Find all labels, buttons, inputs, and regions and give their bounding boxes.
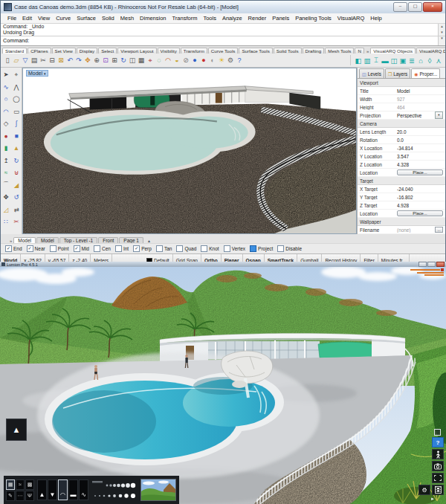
close-button[interactable]: ×	[423, 2, 442, 12]
cut[interactable]: ✂	[39, 55, 48, 65]
maximize-button[interactable]	[427, 262, 436, 267]
cone[interactable]: ▲	[11, 142, 22, 155]
slab[interactable]: ◊	[425, 55, 434, 65]
property-row[interactable]: Location Place... ▾ Place... ✓ ...	[358, 169, 445, 177]
fillet[interactable]: ⌒	[1, 179, 11, 192]
scroll-down-icon[interactable]: ▼	[439, 36, 445, 40]
panel-tab[interactable]: ◫ Levels	[359, 68, 384, 78]
named-views[interactable]: ▦	[137, 55, 146, 65]
zoom[interactable]: ⊕	[92, 55, 101, 65]
rotate[interactable]: ↺	[11, 191, 22, 204]
expand-panel-icon[interactable]	[434, 429, 441, 436]
osnap-toggle[interactable]: ✓ Int	[115, 245, 129, 252]
property-row[interactable]: Y Target -16.802 ▾ -16.802 ✓ ...	[358, 193, 445, 201]
osnap-toggle[interactable]: ✓ Quad	[176, 245, 196, 252]
window[interactable]: ▣	[398, 55, 407, 65]
loft[interactable]: ≈	[1, 167, 11, 179]
osnap-checkbox[interactable]: ✓	[176, 245, 183, 252]
rhino-viewport-canvas[interactable]	[23, 68, 356, 233]
raise-terrain[interactable]: ▲	[37, 479, 47, 500]
detail-tool[interactable]: ⋯	[16, 491, 25, 501]
circle[interactable]: ○	[1, 93, 11, 106]
points[interactable]: ⌖	[11, 68, 22, 81]
select-point[interactable]: ⌖	[146, 55, 155, 65]
osnap-checkbox[interactable]: ✓	[94, 245, 100, 252]
brush-speed-slider[interactable]	[92, 492, 137, 500]
lumion-titlebar[interactable]: Lumion Pro 4.5.1	[0, 262, 446, 267]
command-history[interactable]: Command: _Undo Undoing Drag ▲ ▼	[1, 24, 445, 36]
boolean[interactable]: ⊎	[11, 167, 22, 179]
property-row[interactable]: Wallpaper ▾ ✓ ...	[358, 218, 445, 226]
select-lasso[interactable]: ◠	[164, 55, 172, 65]
wall[interactable]: ◧	[354, 55, 363, 65]
paint-tool[interactable]: ✎	[6, 491, 15, 501]
property-row[interactable]: Y Location 3.547 ▾ 3.547 ✓ ...	[358, 152, 445, 161]
aspect-frame-icon[interactable]	[432, 473, 444, 483]
property-row[interactable]: Z Target 4.928 ▾ 4.928 ✓ ...	[358, 201, 445, 210]
osnap-checkbox[interactable]: ✓	[5, 245, 12, 252]
osnap-toggle[interactable]: ✓ Knot	[201, 245, 219, 252]
property-row[interactable]: Rotation 0.0 ▾ 0.0 ✓ ...	[358, 136, 445, 144]
place-button[interactable]: Place...	[397, 210, 443, 216]
zoom-extents[interactable]: ⊞	[110, 55, 119, 65]
column[interactable]: ⌶	[372, 55, 381, 65]
osnap-toggle[interactable]: ✓ Project	[250, 245, 273, 252]
menu-item[interactable]: VisualARQ	[334, 15, 368, 22]
help[interactable]: ?	[235, 55, 244, 65]
osnap-checkbox[interactable]: ✓	[156, 245, 163, 252]
menu-item[interactable]: Edit	[19, 15, 35, 22]
smooth-terrain[interactable]: ◠	[58, 479, 68, 500]
property-row[interactable]: Lens Length 20.0 ▾ 20.0 ✓ ...	[358, 128, 445, 136]
menu-item[interactable]: Mesh	[117, 15, 137, 22]
property-row[interactable]: Width 927 ▾ 927 ✓ ...	[358, 95, 445, 103]
menu-item[interactable]: Paneling Tools	[292, 15, 334, 22]
beam[interactable]: ▬	[381, 55, 390, 65]
menu-item[interactable]: Render	[245, 15, 270, 22]
select-circle[interactable]: ◌	[155, 55, 164, 65]
landscape-mode-button[interactable]: ▲	[6, 419, 27, 441]
toolbar-tab[interactable]: Drafting	[303, 48, 325, 54]
maximize-button[interactable]: ▢	[408, 2, 422, 12]
lumion-render-canvas[interactable]	[0, 267, 446, 504]
viewport-tab[interactable]: Top - Level -1	[59, 237, 97, 243]
select[interactable]: ➤	[1, 68, 11, 81]
property-row[interactable]: Filename (none) ▾ (none) ✓ ...	[358, 226, 445, 234]
curtain-wall[interactable]: ▥	[363, 55, 372, 65]
menu-item[interactable]: View	[35, 15, 53, 22]
osnap-toggle[interactable]: ✓ Near	[27, 245, 45, 252]
osnap-checkbox[interactable]: ✓	[115, 245, 122, 252]
render-settings[interactable]: ◐	[208, 55, 217, 65]
box[interactable]: ■	[11, 130, 22, 143]
toolbar-tab[interactable]: Mesh Tools	[325, 48, 354, 54]
command-scrollbar[interactable]: ▲ ▼	[438, 24, 445, 36]
menu-item[interactable]: Help	[367, 15, 384, 22]
trim[interactable]: ✂	[11, 216, 22, 228]
property-row[interactable]: Height 464 ▾ 464 ✓ ...	[358, 103, 445, 112]
open-file[interactable]: ▱	[12, 55, 21, 65]
options[interactable]: ⚙	[226, 55, 235, 65]
chevron-down-icon[interactable]: ▾	[44, 71, 46, 76]
zoom-window[interactable]: ⊡	[101, 55, 110, 65]
osnap-toggle[interactable]: ✓ Tan	[156, 245, 172, 252]
viewport-layout[interactable]: ◫	[128, 55, 137, 65]
property-row[interactable]: Z Location 4.328 ▾ 4.328 ✓ ...	[358, 161, 445, 169]
movie-mode-icon[interactable]	[432, 485, 444, 495]
property-row[interactable]: Viewport ▾ ✓ ...	[358, 79, 445, 87]
dropdown-arrow-icon[interactable]: ▾	[435, 112, 443, 119]
menu-item[interactable]: Surface	[74, 15, 99, 22]
lower-terrain[interactable]: ▼	[48, 479, 57, 500]
close-button[interactable]	[436, 262, 445, 267]
panel-tab[interactable]: ◉ Proper...	[411, 68, 440, 78]
door[interactable]: ◫	[390, 55, 398, 65]
osnap-toggle[interactable]: ✓ Vertex	[224, 245, 245, 252]
print[interactable]: ▤	[30, 55, 39, 65]
paste[interactable]: ⊠	[56, 55, 65, 65]
stair[interactable]: ≣	[407, 55, 416, 65]
property-row[interactable]: X Location -34.814 ▾ -34.814 ✓ ...	[358, 144, 445, 152]
play-icon[interactable]: ►	[430, 497, 435, 501]
osnap-checkbox[interactable]: ✓	[277, 245, 284, 252]
freeform[interactable]: ʃ	[11, 117, 22, 130]
water-tool[interactable]: ≈	[16, 479, 25, 490]
save-file[interactable]: ▽	[21, 55, 30, 65]
osnap-toggle[interactable]: ✓ Perp	[133, 245, 152, 252]
